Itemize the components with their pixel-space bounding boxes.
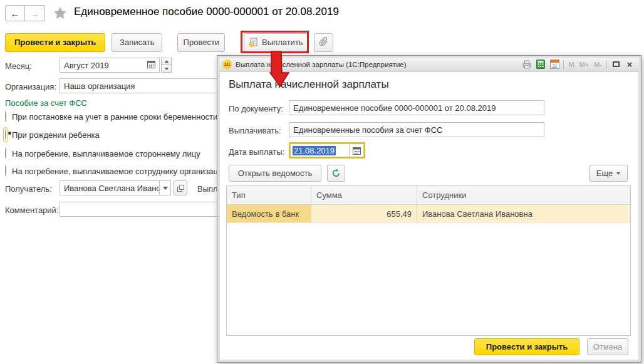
stepper-down-button[interactable] <box>161 65 172 73</box>
page-title: Единовременное пособие 0000-000001 от 20… <box>74 6 339 18</box>
month-stepper <box>161 58 172 73</box>
radio-icon <box>5 147 6 159</box>
calculator-button[interactable] <box>534 59 548 70</box>
refresh-button[interactable] <box>327 165 345 182</box>
column-header-employees[interactable]: Сотрудники <box>417 186 630 204</box>
date-calendar-button[interactable] <box>349 143 364 157</box>
table-header: Тип Сумма Сотрудники <box>227 186 630 205</box>
table-row[interactable]: Ведомость в банк 655,49 Иванова Светлана… <box>227 205 630 223</box>
calendar-icon <box>353 147 361 155</box>
dialog-submit-close-button[interactable]: Провести и закрыть <box>474 338 579 355</box>
calendar-button[interactable]: 31 <box>548 59 561 70</box>
memory-minus-button[interactable]: M- <box>591 61 605 68</box>
recipient-combo[interactable]: Иванова Светлана Ивано <box>60 180 187 195</box>
payment-dialog: 1С Выплата начисленной зарплаты (1С:Пред… <box>217 55 641 363</box>
back-button[interactable]: ← <box>5 5 25 21</box>
forward-button[interactable]: → <box>25 5 45 21</box>
open-sheet-button[interactable]: Открыть ведомость <box>229 165 321 182</box>
attachments-button[interactable] <box>314 33 333 52</box>
month-label: Месяц: <box>5 61 32 71</box>
recipient-open-button[interactable] <box>174 180 187 195</box>
table-actions: Открыть ведомость Еще <box>229 165 631 182</box>
radio-child-birth[interactable]: При рождении ребенка <box>5 129 100 140</box>
forward-arrow-icon: → <box>30 8 39 19</box>
favorite-star-icon[interactable] <box>53 6 68 23</box>
pay-date-value: 21.08.2019 <box>293 146 336 155</box>
open-form-icon <box>177 185 184 192</box>
radio-icon <box>5 110 6 122</box>
app-logo-icon: 1С <box>222 60 232 69</box>
document-ref-label: По документу: <box>229 104 283 113</box>
printer-icon <box>522 60 532 69</box>
nav-buttons: ← → <box>5 5 45 21</box>
more-button[interactable]: Еще <box>589 165 628 182</box>
cell-sum[interactable]: 655,49 <box>311 205 417 223</box>
post-button[interactable]: Провести <box>177 33 225 52</box>
pay-what-input[interactable]: Единовременные пособия за счет ФСС <box>289 122 544 137</box>
dialog-body: Выплата начисленной зарплаты По документ… <box>220 72 638 360</box>
chevron-down-icon <box>165 68 169 70</box>
dialog-title: Выплата начисленной зарплаты (1С:Предпри… <box>236 61 520 68</box>
pay-what-label: Выплачивать: <box>229 126 281 135</box>
stepper-up-button[interactable] <box>161 58 172 65</box>
radio-funeral-third-party[interactable]: На погребение, выплачиваемое стороннему … <box>5 148 200 159</box>
column-header-sum[interactable]: Сумма <box>311 186 417 204</box>
recipient-dropdown-button[interactable] <box>160 180 171 195</box>
chevron-up-icon <box>165 60 169 63</box>
maximize-button[interactable] <box>609 59 623 70</box>
cell-type[interactable]: Ведомость в банк <box>227 205 311 223</box>
maximize-icon <box>613 61 620 67</box>
print-button[interactable] <box>520 59 534 70</box>
chevron-down-icon <box>616 172 620 175</box>
write-button[interactable]: Записать <box>112 33 162 52</box>
cancel-button[interactable]: Отмена <box>587 338 628 355</box>
calendar-day-icon: 31 <box>550 60 559 69</box>
recipient-label: Получатель: <box>5 184 52 194</box>
refresh-icon <box>331 169 341 178</box>
pay-date-field[interactable]: 21.08.2019 <box>289 142 365 159</box>
radio-funeral-employee[interactable]: На погребение, выплачиваемое сотруднику … <box>5 165 227 177</box>
cell-employees[interactable]: Иванова Светлана Ивановна <box>417 205 630 223</box>
memory-recall-button[interactable]: M <box>566 61 576 68</box>
radio-icon <box>5 165 6 177</box>
column-header-type[interactable]: Тип <box>227 186 311 204</box>
pay-button[interactable]: Выплатить <box>244 33 308 52</box>
close-icon: × <box>627 59 633 70</box>
radio-early-pregnancy[interactable]: При постановке на учет в ранние сроки бе… <box>5 111 217 122</box>
dialog-footer: Провести и закрыть Отмена <box>474 338 628 355</box>
calendar-icon[interactable] <box>147 60 155 70</box>
pay-date-label: Дата выплаты: <box>229 147 284 157</box>
close-button[interactable]: × <box>623 59 636 70</box>
comment-label: Комментарий: <box>5 205 59 215</box>
organization-label: Организация: <box>5 82 56 91</box>
chevron-down-icon <box>163 187 168 190</box>
back-arrow-icon: ← <box>11 8 20 19</box>
document-ref-input[interactable]: Единовременное пособие 0000-000001 от 20… <box>289 100 544 115</box>
submit-and-close-button[interactable]: Провести и закрыть <box>5 33 105 52</box>
calculator-icon <box>536 60 545 69</box>
month-input[interactable]: Август 2019 <box>60 58 160 73</box>
radio-selected-icon <box>5 128 6 140</box>
dialog-titlebar[interactable]: 1С Выплата начисленной зарплаты (1С:Пред… <box>219 58 639 71</box>
payments-table: Тип Сумма Сотрудники Ведомость в банк 65… <box>226 185 631 336</box>
document-toolbar: Провести и закрыть Записать Провести Вып… <box>5 33 333 52</box>
fss-benefit-link[interactable]: Пособие за счет ФСС <box>5 98 87 108</box>
memory-plus-button[interactable]: M+ <box>577 61 592 68</box>
paperclip-icon <box>319 37 328 48</box>
dialog-heading: Выплата начисленной зарплаты <box>229 78 389 91</box>
pay-document-icon <box>249 38 258 47</box>
